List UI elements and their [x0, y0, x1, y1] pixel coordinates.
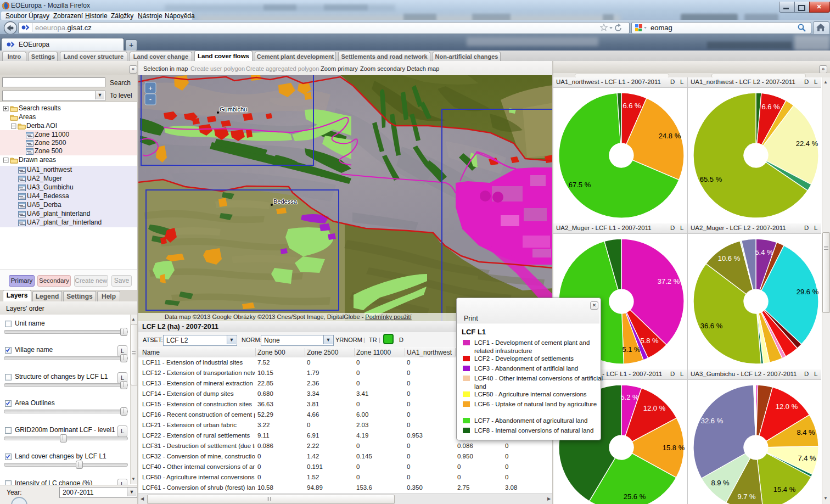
svg-text:Bedessa: Bedessa	[273, 198, 298, 205]
svg-text:5.4 %: 5.4 %	[755, 248, 773, 256]
svg-text:24.8 %: 24.8 %	[659, 132, 681, 140]
svg-text:65.5 %: 65.5 %	[700, 175, 722, 183]
svg-text:8.9 %: 8.9 %	[711, 479, 730, 487]
svg-text:5.1 %: 5.1 %	[622, 345, 641, 354]
svg-text:12.0 %: 12.0 %	[643, 404, 666, 412]
svg-text:6.6 %: 6.6 %	[622, 102, 641, 110]
svg-text:Data map ©2013 Google Obrázky: Data map ©2013 Google Obrázky ©2013 Cnes…	[165, 313, 412, 320]
svg-text:7.4 %: 7.4 %	[798, 454, 816, 462]
svg-text:9.7 %: 9.7 %	[737, 492, 756, 501]
svg-text:32.6 %: 32.6 %	[701, 417, 724, 425]
svg-text:22.4 %: 22.4 %	[796, 139, 818, 148]
svg-text:12.0 %: 12.0 %	[776, 402, 798, 411]
svg-text:25.6 %: 25.6 %	[624, 492, 646, 501]
svg-text:Gumbichu: Gumbichu	[220, 106, 247, 113]
svg-text:29.6 %: 29.6 %	[797, 288, 819, 296]
svg-text:15.4 %: 15.4 %	[773, 485, 796, 494]
svg-text:5.8 %: 5.8 %	[640, 337, 659, 345]
svg-text:10.6 %: 10.6 %	[718, 254, 741, 262]
svg-text:5.2 %: 5.2 %	[620, 393, 639, 401]
svg-text:37.2 %: 37.2 %	[658, 277, 680, 285]
svg-text:36.6 %: 36.6 %	[700, 322, 723, 330]
svg-text:+: +	[148, 84, 153, 92]
svg-text:6.6 %: 6.6 %	[761, 103, 780, 111]
svg-text:67.5 %: 67.5 %	[569, 181, 591, 189]
svg-text:8.4 %: 8.4 %	[797, 428, 815, 436]
svg-text:15.8 %: 15.8 %	[663, 444, 685, 452]
svg-text:-: -	[149, 95, 152, 103]
